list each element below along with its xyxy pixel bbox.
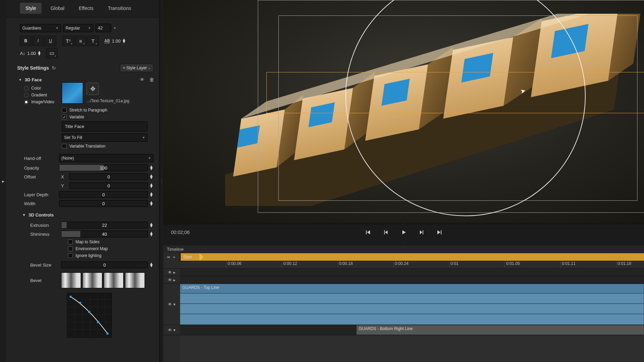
opacity-stepper[interactable]: ▲▼: [149, 165, 153, 170]
add-style-layer-button[interactable]: + Style Layer▼: [120, 64, 153, 72]
ignore-lighting-checkbox[interactable]: Ignore lighting: [68, 253, 153, 258]
offset-x-stepper[interactable]: ▲▼: [149, 174, 153, 179]
svg-rect-2: [88, 311, 90, 313]
underline-button[interactable]: U: [45, 36, 56, 46]
track-lane[interactable]: GUARDS - Bottom Right Line: [180, 325, 644, 335]
width-stepper[interactable]: ▲▼: [149, 201, 153, 206]
track-lane[interactable]: GUARDS - Top Line: [180, 283, 644, 325]
bevel-preset-4[interactable]: [125, 272, 145, 288]
disclosure-3d-controls[interactable]: ▼: [22, 213, 26, 217]
layer-depth-stepper[interactable]: ▲▼: [149, 192, 153, 197]
next-frame-button[interactable]: [417, 227, 426, 237]
tracking-stepper[interactable]: ▲▼: [122, 38, 126, 43]
timeline-subclip[interactable]: [180, 314, 644, 325]
layer-depth-slider[interactable]: 0: [59, 191, 148, 198]
timeline-start-marker[interactable]: Start: [180, 253, 644, 261]
track-controls[interactable]: 👁 ▸: [163, 276, 180, 283]
vertical-align-button[interactable]: T▼: [87, 36, 99, 46]
handoff-select[interactable]: (None)▼: [59, 154, 153, 162]
track-lane[interactable]: [180, 268, 644, 276]
offset-y-stepper[interactable]: ▲▼: [149, 183, 153, 188]
ruler-tick: 0:01.18: [616, 261, 631, 268]
fill-mode-select[interactable]: Set To Fill▼: [62, 133, 148, 142]
svg-rect-3: [97, 321, 99, 323]
font-weight-value: Regular: [66, 26, 80, 31]
group-3d-controls: 3D Controls: [28, 212, 54, 218]
variable-checkbox[interactable]: Variable: [62, 115, 153, 119]
font-family-select[interactable]: Guardians▼: [20, 24, 61, 32]
bevel-size-slider[interactable]: 0: [61, 261, 148, 268]
font-weight-select[interactable]: Regular▼: [63, 24, 93, 32]
style-name-input[interactable]: [62, 121, 148, 131]
env-map-checkbox[interactable]: Environment Map: [68, 246, 153, 251]
opacity-label: Opacity: [24, 165, 56, 171]
bevel-size-stepper[interactable]: ▲▼: [149, 262, 153, 267]
add-texture-button[interactable]: ✥: [87, 83, 99, 95]
offset-y-slider[interactable]: 0: [69, 182, 148, 189]
timeline-title: Timeline: [163, 245, 644, 253]
chevron-down-icon: ▼: [148, 156, 151, 160]
extrusion-stepper[interactable]: ▲▼: [149, 223, 153, 227]
playhead-icon[interactable]: [199, 253, 204, 261]
italic-button[interactable]: I: [32, 36, 44, 46]
tab-transitions[interactable]: Transitions: [102, 3, 137, 14]
style-settings-title: Style Settings: [17, 65, 49, 71]
timeline-subclip[interactable]: [180, 304, 644, 314]
font-family-value: Guardians: [22, 26, 41, 31]
inspector-panel: Style Global Effects Transitions Guardia…: [6, 0, 160, 362]
variable-translation-checkbox[interactable]: Variable Translation: [62, 144, 153, 149]
svg-rect-4: [106, 332, 108, 335]
preview-viewport[interactable]: ➤: [163, 0, 644, 223]
shininess-slider[interactable]: 40: [61, 231, 148, 237]
visibility-toggle-icon[interactable]: 👁: [140, 77, 145, 82]
ruler-tick: 0:00.24: [393, 261, 409, 268]
opacity-slider[interactable]: 100: [59, 164, 148, 171]
stretch-checkbox[interactable]: Stretch to Paragraph: [62, 108, 153, 113]
font-size-input[interactable]: 42: [95, 24, 111, 32]
tab-global[interactable]: Global: [45, 3, 70, 14]
width-label: Width: [24, 201, 56, 206]
delete-layer-icon[interactable]: 🗑: [149, 77, 154, 82]
bevel-preset-3[interactable]: [104, 272, 124, 288]
left-rail-expand[interactable]: ▸: [2, 178, 4, 184]
bevel-preset-2[interactable]: [82, 272, 102, 288]
timeline-subclip[interactable]: [180, 293, 644, 304]
timeline-resize-handle[interactable]: ⋯: [163, 240, 644, 245]
chevron-down-icon: ▼: [56, 26, 59, 30]
bevel-preset-1[interactable]: [61, 272, 81, 288]
text-transform-button[interactable]: TT▼: [62, 36, 74, 46]
track-lane[interactable]: [180, 276, 644, 283]
align-button[interactable]: ≡▼: [75, 36, 87, 46]
texture-swatch[interactable]: [62, 82, 83, 104]
tab-effects[interactable]: Effects: [73, 3, 99, 14]
timeline-ruler[interactable]: 0:00.06 0:00.12 0:00.18 0:00.24 0:01 0:0…: [180, 261, 644, 268]
reset-style-icon[interactable]: ↻: [52, 65, 56, 71]
track-controls[interactable]: 👁 ▾: [163, 283, 180, 325]
go-end-button[interactable]: [435, 227, 444, 237]
map-sides-checkbox[interactable]: Map to Sides: [68, 240, 153, 244]
leading-value[interactable]: 1.00: [27, 51, 36, 56]
offset-x-slider[interactable]: 0: [69, 173, 148, 180]
width-slider[interactable]: 0: [59, 200, 148, 207]
extrusion-slider[interactable]: 22: [61, 222, 148, 229]
leading-stepper[interactable]: ▲▼: [37, 51, 41, 56]
tab-style[interactable]: Style: [20, 3, 42, 14]
offset-x-label: X: [59, 174, 66, 179]
tracking-value[interactable]: 1.00: [112, 38, 120, 44]
timeline-clip-top[interactable]: GUARDS - Top Line: [180, 284, 644, 293]
track-controls[interactable]: 👁 ▾: [163, 325, 180, 335]
ruler-tick: 0:00.18: [338, 261, 353, 268]
track-controls[interactable]: 👁 ▸: [163, 268, 180, 276]
timeline-master-controls[interactable]: ∞＋: [163, 253, 180, 261]
bevel-curve-editor[interactable]: [67, 293, 112, 338]
prev-frame-button[interactable]: [381, 227, 391, 237]
shininess-label: Shininess: [30, 232, 58, 237]
shininess-stepper[interactable]: ▲▼: [149, 232, 153, 236]
timeline-clip-bottom[interactable]: GUARDS - Bottom Right Line: [356, 325, 644, 335]
play-button[interactable]: [399, 227, 409, 237]
disclosure-3d-face[interactable]: ▼: [19, 78, 22, 82]
paragraph-box-button[interactable]: ▭▼: [46, 48, 58, 58]
panel-splitter[interactable]: ⋮: [160, 0, 163, 362]
go-start-button[interactable]: [363, 227, 373, 237]
bold-button[interactable]: B: [20, 36, 32, 46]
